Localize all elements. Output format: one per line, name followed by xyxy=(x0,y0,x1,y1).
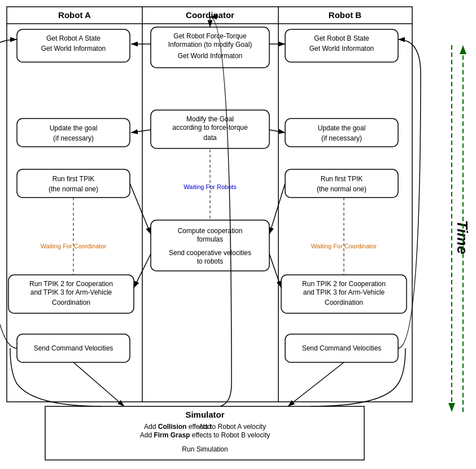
box-b5-line1: Send Command Velocities xyxy=(302,344,382,352)
svg-rect-16 xyxy=(285,334,398,362)
box-a5-line1: Send Command Velocities xyxy=(34,344,113,352)
box-c1-line2: Information (to modify Goal) xyxy=(168,41,252,49)
box-a2-line2: (if necessary) xyxy=(53,134,94,142)
box-b4-line1: Run TPIK 2 for Cooperation xyxy=(302,280,386,288)
box-b3-line2: (the normal one) xyxy=(317,185,366,193)
box-c2-line2: according to force-torque xyxy=(172,124,248,132)
box-a4-line2: and TPIK 3 for Arm-Vehicle xyxy=(30,288,112,296)
box-c3-line3: Send cooperative velocities xyxy=(169,249,251,257)
svg-rect-13 xyxy=(285,119,398,147)
svg-line-20 xyxy=(131,130,151,133)
svg-line-25 xyxy=(269,254,281,288)
box-b4-line2: and TPIK 3 for Arm-Vehicle xyxy=(303,288,385,296)
svg-line-21 xyxy=(269,130,285,133)
svg-rect-15 xyxy=(281,275,407,313)
box-b1-line1: Get Robot B State xyxy=(314,34,369,42)
svg-rect-6 xyxy=(17,169,130,198)
svg-line-22 xyxy=(130,183,151,234)
box-c1-line3: Get World Informaton xyxy=(178,52,243,60)
box-b2-line1: Update the goal xyxy=(318,124,366,132)
box-b1-line2: Get World Informaton xyxy=(309,45,374,52)
svg-rect-11 xyxy=(151,220,269,271)
box-c2-line1: Modify the Goal xyxy=(186,115,234,123)
simulator-line3: Run Simulation xyxy=(182,445,228,453)
time-label: Time xyxy=(454,220,471,254)
box-a4-line1: Run TPIK 2 for Cooperation xyxy=(29,280,113,288)
simulator-line1-pre: Add xyxy=(199,423,211,431)
svg-rect-7 xyxy=(8,275,134,313)
box-b2-line2: (if necessary) xyxy=(321,134,362,142)
simulator-title: Simulator xyxy=(185,410,224,419)
waiting-robots-label: Waiting For Robots xyxy=(184,183,237,190)
box-a3-line1: Run first TPIK xyxy=(53,175,94,183)
svg-line-23 xyxy=(269,183,285,234)
svg-line-27 xyxy=(288,362,344,406)
svg-rect-12 xyxy=(285,29,398,62)
box-a2-line1: Update the goal xyxy=(50,124,98,132)
box-c2-line3: data xyxy=(203,134,217,142)
waiting-coordinator-a-label: Waiting For Coordinator xyxy=(41,243,107,249)
box-b4-line3: Coordination xyxy=(325,299,363,306)
svg-rect-14 xyxy=(285,169,398,198)
box-a1-line2: Get World Informaton xyxy=(41,45,106,52)
waiting-coordinator-b-label: Waiting For Coordinator xyxy=(311,243,377,249)
box-a1-line1: Get Robot A State xyxy=(46,34,101,42)
box-c3-line2: formulas xyxy=(197,235,223,243)
diagram-container: Robot A Coordinator Robot B Get Robot A … xyxy=(0,0,476,469)
box-c3-line1: Compute cooperation xyxy=(178,227,243,235)
simulator-line1: Add Collision effects to Robot A velocit… xyxy=(144,423,266,431)
arrows-overlay: Robot A Coordinator Robot B Get Robot A … xyxy=(0,0,476,469)
svg-rect-34 xyxy=(45,406,364,460)
svg-rect-9 xyxy=(151,27,269,68)
svg-rect-8 xyxy=(17,334,130,362)
simulator-line2: Add Firm Grasp effects to Robot B veloci… xyxy=(140,431,270,439)
box-a4-line3: Coordination xyxy=(52,299,90,306)
svg-rect-4 xyxy=(17,29,130,62)
col-header-coord: Coordinator xyxy=(186,10,234,20)
box-c3-line4: to robots xyxy=(197,257,224,265)
box-c1-line1: Get Robot Force-Torque xyxy=(173,32,247,40)
col-header-a: Robot A xyxy=(58,10,91,20)
svg-line-24 xyxy=(134,254,151,288)
box-a3-line2: (the normal one) xyxy=(49,185,98,193)
svg-rect-5 xyxy=(17,119,130,147)
svg-rect-0 xyxy=(7,7,412,402)
svg-line-26 xyxy=(73,362,124,406)
col-header-b: Robot B xyxy=(329,10,361,20)
svg-rect-10 xyxy=(151,110,269,148)
box-b3-line1: Run first TPIK xyxy=(321,175,363,183)
